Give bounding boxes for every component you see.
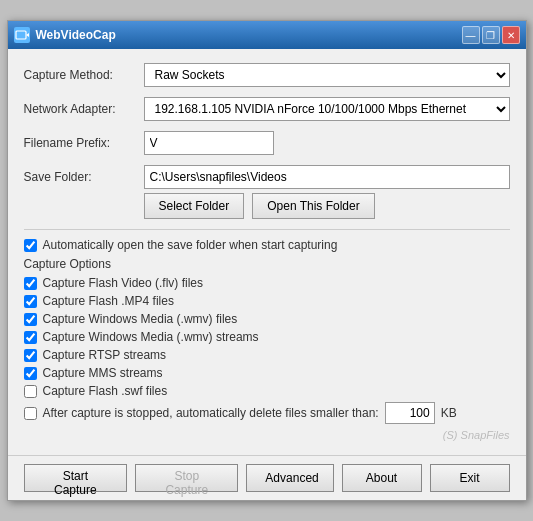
close-button[interactable]: ✕ — [502, 26, 520, 44]
auto-open-label: Automatically open the save folder when … — [43, 238, 338, 252]
wmv-streams-label: Capture Windows Media (.wmv) streams — [43, 330, 259, 344]
capture-method-row: Capture Method: Raw Sockets — [24, 63, 510, 87]
window-title: WebVideoCap — [36, 28, 116, 42]
swf-row: Capture Flash .swf files — [24, 384, 510, 398]
start-capture-button[interactable]: Start Capture — [24, 464, 128, 492]
auto-open-row: Automatically open the save folder when … — [24, 238, 510, 252]
exit-button[interactable]: Exit — [430, 464, 510, 492]
svg-rect-0 — [16, 31, 26, 39]
watermark: (S) SnapFiles — [24, 429, 510, 441]
title-bar-left: WebVideoCap — [14, 27, 116, 43]
save-folder-row: Save Folder: — [24, 165, 510, 189]
mms-row: Capture MMS streams — [24, 366, 510, 380]
minimize-button[interactable]: — — [462, 26, 480, 44]
mp4-label: Capture Flash .MP4 files — [43, 294, 174, 308]
wmv-files-checkbox[interactable] — [24, 313, 37, 326]
folder-buttons: Select Folder Open This Folder — [24, 193, 510, 219]
about-button[interactable]: About — [342, 464, 422, 492]
after-capture-unit: KB — [441, 406, 457, 420]
capture-options-heading: Capture Options — [24, 257, 510, 271]
network-adapter-select[interactable]: 192.168.1.105 NVIDIA nForce 10/100/1000 … — [144, 97, 510, 121]
mp4-row: Capture Flash .MP4 files — [24, 294, 510, 308]
bottom-bar: Start Capture Stop Capture Advanced Abou… — [8, 455, 526, 500]
app-icon — [14, 27, 30, 43]
after-capture-size-input[interactable] — [385, 402, 435, 424]
wmv-files-label: Capture Windows Media (.wmv) files — [43, 312, 238, 326]
mms-checkbox[interactable] — [24, 367, 37, 380]
network-adapter-control: 192.168.1.105 NVIDIA nForce 10/100/1000 … — [144, 97, 510, 121]
wmv-files-row: Capture Windows Media (.wmv) files — [24, 312, 510, 326]
filename-prefix-label: Filename Prefix: — [24, 136, 144, 150]
flv-row: Capture Flash Video (.flv) files — [24, 276, 510, 290]
rtsp-checkbox[interactable] — [24, 349, 37, 362]
divider1 — [24, 229, 510, 230]
open-this-folder-button[interactable]: Open This Folder — [252, 193, 375, 219]
rtsp-row: Capture RTSP streams — [24, 348, 510, 362]
capture-options-section: Capture Flash Video (.flv) files Capture… — [24, 276, 510, 424]
capture-method-label: Capture Method: — [24, 68, 144, 82]
wmv-streams-checkbox[interactable] — [24, 331, 37, 344]
capture-method-control: Raw Sockets — [144, 63, 510, 87]
swf-label: Capture Flash .swf files — [43, 384, 168, 398]
window-controls: — ❐ ✕ — [462, 26, 520, 44]
rtsp-label: Capture RTSP streams — [43, 348, 167, 362]
swf-checkbox[interactable] — [24, 385, 37, 398]
select-folder-button[interactable]: Select Folder — [144, 193, 245, 219]
after-capture-checkbox[interactable] — [24, 407, 37, 420]
capture-method-select[interactable]: Raw Sockets — [144, 63, 510, 87]
flv-label: Capture Flash Video (.flv) files — [43, 276, 204, 290]
stop-capture-button[interactable]: Stop Capture — [135, 464, 238, 492]
auto-open-checkbox[interactable] — [24, 239, 37, 252]
mms-label: Capture MMS streams — [43, 366, 163, 380]
after-capture-label: After capture is stopped, automatically … — [43, 406, 379, 420]
after-capture-row: After capture is stopped, automatically … — [24, 402, 510, 424]
wmv-streams-row: Capture Windows Media (.wmv) streams — [24, 330, 510, 344]
advanced-button[interactable]: Advanced — [246, 464, 333, 492]
watermark-text: (S) SnapFiles — [443, 429, 510, 441]
restore-button[interactable]: ❐ — [482, 26, 500, 44]
title-bar: WebVideoCap — ❐ ✕ — [8, 21, 526, 49]
filename-prefix-control — [144, 131, 510, 155]
filename-prefix-row: Filename Prefix: — [24, 131, 510, 155]
flv-checkbox[interactable] — [24, 277, 37, 290]
content-area: Capture Method: Raw Sockets Network Adap… — [8, 49, 526, 455]
save-folder-label: Save Folder: — [24, 170, 144, 184]
mp4-checkbox[interactable] — [24, 295, 37, 308]
main-window: WebVideoCap — ❐ ✕ Capture Method: Raw So… — [7, 20, 527, 501]
network-adapter-row: Network Adapter: 192.168.1.105 NVIDIA nF… — [24, 97, 510, 121]
network-adapter-label: Network Adapter: — [24, 102, 144, 116]
filename-prefix-input[interactable] — [144, 131, 274, 155]
save-folder-input[interactable] — [144, 165, 510, 189]
